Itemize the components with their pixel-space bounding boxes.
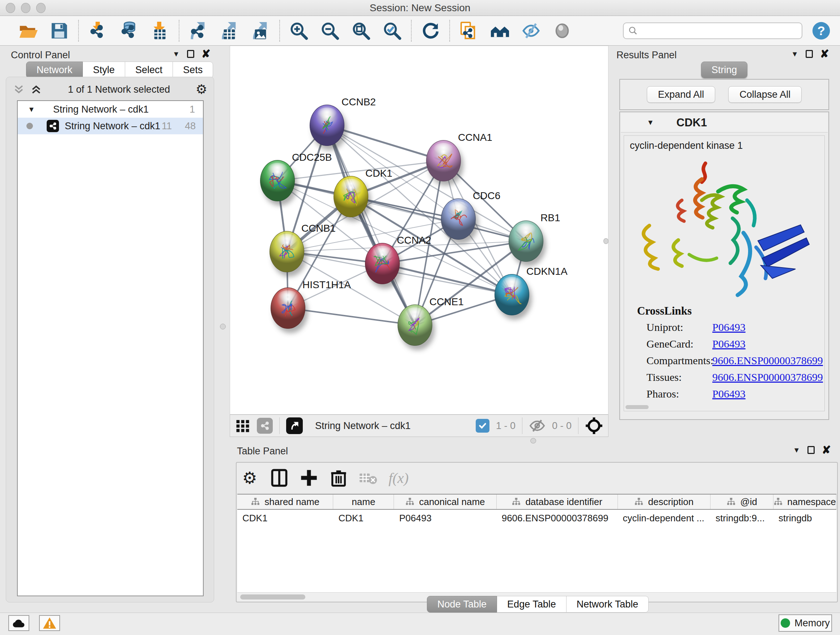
network-row[interactable]: String Network – cdk1 11 48	[18, 118, 203, 134]
left-splitter-handle[interactable]	[220, 324, 226, 329]
float-panel-icon[interactable]	[807, 446, 815, 454]
column-header-canonical-name[interactable]: canonical name	[394, 494, 496, 509]
function-builder-icon[interactable]: f(x)	[388, 470, 409, 486]
column-header-description[interactable]: description	[618, 494, 711, 509]
tab-select[interactable]: Select	[125, 62, 173, 78]
network-options-gear-icon[interactable]: ⚙	[196, 82, 207, 97]
right-splitter-handle[interactable]	[603, 238, 608, 244]
tab-node-table[interactable]: Node Table	[427, 596, 497, 613]
memory-status-dot	[781, 618, 790, 628]
crosslink-value-link[interactable]: 9606.ENSP00000378699	[712, 355, 823, 367]
close-panel-icon[interactable]: ✘	[822, 445, 831, 455]
table-hscrollbar-thumb[interactable]	[240, 594, 305, 600]
crosslink-row: Pharos: P06493	[646, 388, 824, 404]
search-input[interactable]	[641, 25, 797, 36]
crosslink-value-link[interactable]: P06493	[712, 338, 745, 350]
table-settings-gear-icon[interactable]: ⚙	[240, 468, 259, 488]
export-image-button[interactable]	[249, 19, 271, 42]
hide-graphics-details-button[interactable]	[520, 19, 542, 42]
refresh-button[interactable]	[420, 19, 441, 42]
cloud-status-button[interactable]	[8, 615, 29, 631]
export-table-button[interactable]	[218, 19, 240, 42]
node-CCNA2[interactable]	[365, 243, 400, 284]
import-database-button[interactable]	[118, 19, 140, 42]
collapse-all-icon[interactable]	[13, 83, 25, 96]
export-network-button[interactable]	[187, 19, 209, 42]
network-collection-row[interactable]: ▼ String Network – cdk1 1	[18, 101, 203, 118]
zoom-in-button[interactable]	[288, 19, 309, 42]
crosslink-value-link[interactable]: 9606.ENSP00000378699	[712, 371, 823, 383]
tab-sets[interactable]: Sets	[173, 62, 213, 78]
delete-column-trash-icon[interactable]	[329, 468, 348, 488]
create-column-plus-icon[interactable]	[300, 468, 318, 488]
node-CDC6[interactable]	[441, 198, 476, 240]
expand-all-icon[interactable]	[30, 83, 42, 96]
first-neighbors-button[interactable]	[489, 19, 511, 42]
save-session-button[interactable]	[49, 19, 70, 42]
panel-menu-icon[interactable]: ▼	[791, 50, 798, 58]
zoom-fit-button[interactable]	[350, 19, 372, 42]
tab-network-table[interactable]: Network Table	[567, 596, 649, 613]
crosslink-value-link[interactable]: P06493	[712, 321, 745, 333]
gene-collapse-caret-icon[interactable]: ▼	[647, 119, 654, 127]
panel-menu-icon[interactable]: ▼	[172, 50, 180, 58]
collection-caret-icon[interactable]: ▼	[28, 105, 35, 114]
node-CDKN1A[interactable]	[494, 274, 529, 315]
panel-menu-icon[interactable]: ▼	[793, 446, 800, 454]
gene-description: cyclin-dependent kinase 1	[630, 140, 743, 151]
protein-thumbnail	[433, 149, 455, 174]
node-CCNB2[interactable]	[309, 105, 344, 146]
node-HIST1H1A[interactable]	[271, 287, 305, 329]
float-panel-icon[interactable]	[187, 50, 194, 58]
network-canvas[interactable]: CCNB2CCNA1CDC25BCDK1CDC6RB1CCNB1CCNA2CDK…	[230, 46, 608, 415]
node-CDK1[interactable]	[333, 176, 368, 217]
results-scrollbar-thumb[interactable]	[625, 405, 649, 409]
network-share-icon[interactable]	[257, 418, 273, 434]
tab-string[interactable]: String	[701, 62, 748, 78]
fit-selection-crosshair-icon[interactable]	[585, 417, 603, 435]
grid-view-icon[interactable]	[235, 418, 250, 433]
close-panel-icon[interactable]: ✘	[202, 49, 210, 59]
memory-button[interactable]: Memory	[778, 614, 832, 632]
show-columns-icon[interactable]	[270, 468, 289, 488]
column-header-name[interactable]: name	[333, 494, 394, 509]
float-panel-icon[interactable]	[806, 50, 813, 58]
network-edge-count: 48	[185, 120, 196, 132]
presentation-lens-button[interactable]	[551, 19, 573, 42]
open-session-button[interactable]	[17, 19, 39, 42]
delete-table-icon[interactable]	[359, 468, 378, 488]
node-CCNA1[interactable]	[426, 140, 461, 181]
column-header-namespace[interactable]: namespace	[774, 494, 836, 509]
node-CDC25B[interactable]	[260, 160, 295, 201]
expand-all-button[interactable]: Expand All	[647, 86, 715, 103]
column-header-database-identifier[interactable]: database identifier	[497, 494, 618, 509]
tab-style[interactable]: Style	[83, 62, 125, 78]
clone-network-button[interactable]	[458, 19, 480, 42]
crosslink-label: GeneCard:	[646, 338, 693, 350]
zoom-selected-button[interactable]	[381, 19, 403, 42]
selected-checkbox-icon[interactable]	[476, 419, 489, 432]
node-CCNE1[interactable]	[398, 304, 432, 346]
column-header--id[interactable]: @id	[711, 494, 774, 509]
table-cell: CDK1	[237, 510, 333, 526]
zoom-out-button[interactable]	[319, 19, 341, 42]
gene-card-header[interactable]: ▼ CDK1	[621, 113, 828, 133]
edge-layer[interactable]	[230, 46, 608, 414]
birds-eye-view-icon[interactable]	[286, 417, 303, 434]
close-panel-icon[interactable]: ✘	[820, 49, 829, 59]
save-session-icon	[50, 21, 69, 41]
node-CCNB1[interactable]	[270, 231, 304, 272]
import-network-button[interactable]	[87, 19, 109, 42]
tab-network[interactable]: Network	[26, 62, 83, 78]
search-box[interactable]	[623, 22, 802, 39]
collapse-all-button[interactable]: Collapse All	[728, 86, 802, 103]
hidden-eye-icon[interactable]	[529, 417, 546, 434]
node-RB1[interactable]	[508, 220, 543, 262]
help-button[interactable]: ?	[812, 19, 831, 42]
column-header-shared-name[interactable]: shared name	[237, 494, 333, 509]
import-table-button[interactable]	[149, 19, 171, 42]
table-row[interactable]: CDK1CDK1P064939606.ENSP00000378699cyclin…	[237, 510, 836, 526]
crosslink-value-link[interactable]: P06493	[712, 388, 745, 400]
warning-status-button[interactable]	[39, 615, 60, 631]
tab-edge-table[interactable]: Edge Table	[497, 596, 567, 613]
